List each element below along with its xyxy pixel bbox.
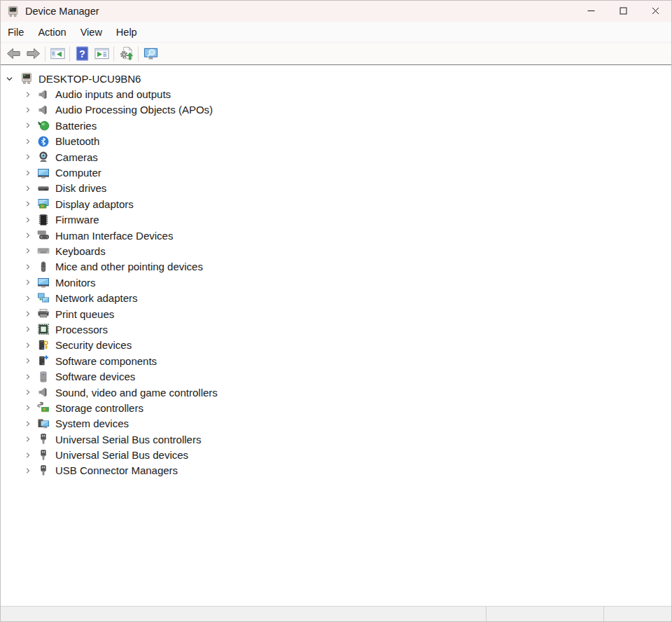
close-icon — [652, 6, 659, 17]
show-hide-action-pane-button[interactable] — [92, 44, 111, 63]
tree-item-audio-inputs-and-outputs[interactable]: Audio inputs and outputs — [1, 86, 671, 102]
window-controls — [575, 1, 671, 22]
chevron-right-icon[interactable] — [24, 388, 31, 397]
toolbar-separator — [138, 46, 139, 62]
tree-root-desktop-ucu9bn6[interactable]: DESKTOP-UCU9BN6 — [1, 71, 671, 86]
chevron-right-icon[interactable] — [24, 168, 31, 177]
tree-item-processors[interactable]: Processors — [1, 322, 671, 337]
maximize-button[interactable] — [607, 1, 639, 22]
usb-plug-icon — [37, 433, 50, 445]
chevron-right-icon[interactable] — [24, 466, 31, 475]
tree-item-software-devices[interactable]: Software devices — [1, 368, 671, 384]
camera-icon — [37, 151, 50, 163]
tree-item-monitors[interactable]: Monitors — [1, 275, 671, 290]
chevron-right-icon[interactable] — [24, 215, 31, 224]
chevron-right-icon[interactable] — [24, 293, 31, 303]
chevron-right-icon[interactable] — [24, 310, 31, 319]
window-title: Device Manager — [25, 6, 99, 17]
menu-file[interactable]: File — [1, 24, 31, 41]
chevron-right-icon[interactable] — [24, 90, 31, 99]
tree-item-human-interface-devices[interactable]: Human Interface Devices — [1, 228, 671, 243]
statusbar-section-middle — [486, 607, 603, 621]
tree-root-label: DESKTOP-UCU9BN6 — [38, 73, 141, 85]
tree-item-keyboards[interactable]: Keyboards — [1, 243, 671, 258]
tree-item-usb-connector-managers[interactable]: USB Connector Managers — [1, 463, 671, 478]
storage-controller-icon — [37, 401, 50, 414]
software-device-icon — [37, 371, 50, 383]
help-button[interactable]: ? — [72, 44, 92, 63]
minimize-icon — [587, 6, 595, 17]
computer-root-icon — [20, 72, 33, 85]
back-button[interactable] — [4, 44, 23, 63]
app-icon — [7, 6, 19, 18]
device-tree: DESKTOP-UCU9BN6 Audio inputs and outputs… — [1, 65, 671, 606]
menu-help[interactable]: Help — [109, 24, 144, 41]
svg-text:?: ? — [79, 48, 85, 60]
chevron-down-icon[interactable] — [5, 74, 14, 83]
tree-item-system-devices[interactable]: System devices — [1, 416, 671, 431]
update-scan-button[interactable] — [116, 44, 136, 63]
bluetooth-icon — [37, 135, 50, 148]
chevron-right-icon[interactable] — [24, 278, 31, 287]
mouse-icon — [37, 261, 50, 273]
tree-item-bluetooth[interactable]: Bluetooth — [1, 134, 671, 149]
chevron-right-icon[interactable] — [24, 357, 31, 366]
chevron-right-icon[interactable] — [24, 137, 31, 146]
tree-item-software-components[interactable]: Software components — [1, 353, 671, 368]
chevron-right-icon[interactable] — [24, 325, 31, 334]
close-button[interactable] — [639, 1, 671, 22]
tree-item-firmware[interactable]: Firmware — [1, 212, 671, 228]
tree-item-cameras[interactable]: Cameras — [1, 149, 671, 165]
statusbar-section-right — [603, 607, 671, 621]
chevron-right-icon[interactable] — [24, 340, 31, 350]
gear-document-update-icon — [118, 46, 134, 62]
tree-item-batteries[interactable]: Batteries — [1, 118, 671, 133]
back-arrow-icon — [6, 46, 22, 62]
chevron-right-icon[interactable] — [24, 450, 31, 459]
menu-action[interactable]: Action — [31, 24, 73, 41]
maximize-icon — [620, 6, 627, 17]
tree-item-universal-serial-bus-devices[interactable]: Universal Serial Bus devices — [1, 447, 671, 462]
display-adapter-icon — [37, 198, 50, 210]
network-icon — [37, 292, 50, 305]
chevron-right-icon[interactable] — [24, 403, 31, 413]
toolbar-separator — [69, 46, 70, 62]
titlebar: Device Manager — [1, 1, 671, 22]
keyboard-icon — [37, 244, 50, 257]
chevron-right-icon[interactable] — [24, 184, 31, 193]
tree-item-sound-video-and-game-controllers[interactable]: Sound, video and game controllers — [1, 385, 671, 400]
menu-view[interactable]: View — [74, 24, 109, 41]
tree-item-audio-processing-objects-apos[interactable]: Audio Processing Objects (APOs) — [1, 102, 671, 118]
chevron-right-icon[interactable] — [24, 153, 31, 162]
forward-button[interactable] — [23, 44, 43, 63]
firmware-chip-icon — [37, 214, 50, 226]
show-hide-console-tree-button[interactable] — [48, 44, 67, 63]
security-key-icon — [37, 339, 50, 352]
tree-item-mice-and-other-pointing-devices[interactable]: Mice and other pointing devices — [1, 259, 671, 275]
chevron-right-icon[interactable] — [24, 121, 31, 130]
tree-item-network-adapters[interactable]: Network adapters — [1, 290, 671, 305]
printer-icon — [37, 307, 50, 320]
usb-plug-icon — [37, 464, 50, 477]
forward-arrow-icon — [25, 46, 41, 62]
device-manager-window: Device Manager File Action View Help ? — [0, 0, 672, 622]
chevron-right-icon[interactable] — [24, 262, 31, 271]
chevron-right-icon[interactable] — [24, 231, 31, 240]
tree-item-display-adaptors[interactable]: Display adaptors — [1, 196, 671, 212]
chevron-right-icon[interactable] — [24, 247, 31, 256]
chevron-right-icon[interactable] — [24, 435, 31, 444]
tree-item-storage-controllers[interactable]: Storage controllers — [1, 400, 671, 415]
chevron-right-icon[interactable] — [24, 372, 31, 381]
minimize-button[interactable] — [575, 1, 607, 22]
chevron-right-icon[interactable] — [24, 105, 31, 114]
chevron-right-icon[interactable] — [24, 200, 31, 209]
tree-item-computer[interactable]: Computer — [1, 165, 671, 180]
tree-item-print-queues[interactable]: Print queues — [1, 306, 671, 322]
chevron-right-icon[interactable] — [24, 419, 31, 428]
tree-item-disk-drives[interactable]: Disk drives — [1, 181, 671, 196]
tree-item-universal-serial-bus-controllers[interactable]: Universal Serial Bus controllers — [1, 431, 671, 447]
monitor-magnifier-icon — [143, 46, 159, 62]
tree-item-security-devices[interactable]: Security devices — [1, 338, 671, 353]
disk-drive-icon — [37, 182, 50, 195]
scan-for-hardware-changes-button[interactable] — [141, 44, 160, 63]
